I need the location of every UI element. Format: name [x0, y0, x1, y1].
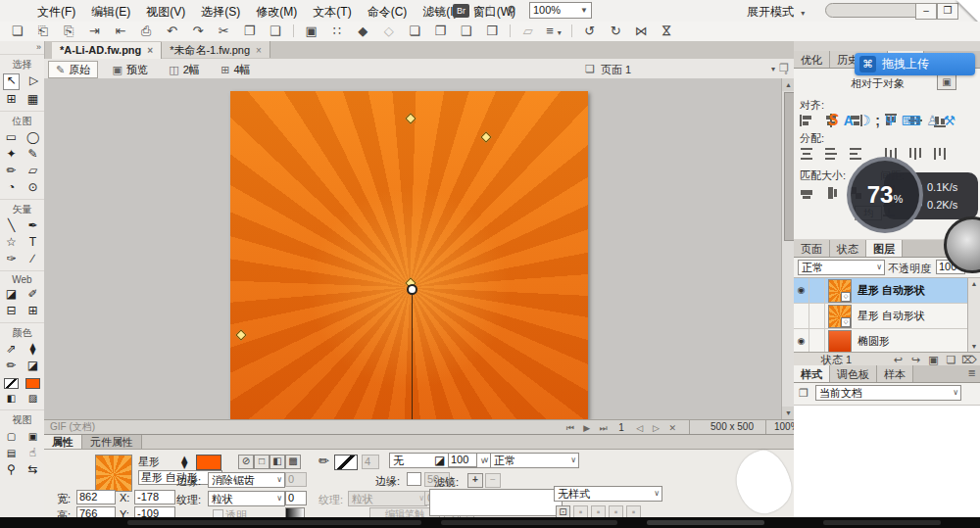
ime-keyboard-icon[interactable]: ⌨: [902, 113, 921, 128]
split-icon[interactable]: ◇: [377, 22, 400, 38]
fill-texture-select[interactable]: 粒状: [208, 491, 285, 506]
close-icon[interactable]: ×: [147, 45, 153, 56]
tab-symbol-properties[interactable]: 元件属性: [82, 435, 142, 449]
undo-icon[interactable]: ↶: [161, 22, 183, 38]
ime-punctuation-icon[interactable]: ;: [875, 113, 880, 128]
copy-icon[interactable]: ❐: [238, 22, 261, 38]
control-point[interactable]: [480, 131, 491, 142]
stroke-color-swatch[interactable]: [334, 455, 358, 470]
flip-horizontal-icon[interactable]: ⋈: [630, 22, 653, 38]
prev-frame-icon[interactable]: ◁: [633, 423, 647, 433]
pointer-tool-icon[interactable]: ↖: [3, 73, 20, 90]
distribute-center-icon[interactable]: [908, 147, 924, 161]
fill-color-swatch[interactable]: [196, 455, 221, 470]
match-width-icon[interactable]: [800, 186, 815, 200]
play-icon[interactable]: ▶: [580, 423, 594, 433]
layer-thumbnail[interactable]: ◇: [828, 279, 852, 303]
distribute-bottom-icon[interactable]: [849, 147, 864, 161]
visibility-eye-icon[interactable]: ◉: [794, 329, 809, 354]
page-indicator[interactable]: 页面 1: [601, 63, 631, 77]
ime-mic-icon[interactable]: Ψ: [885, 113, 897, 128]
redo-icon[interactable]: ↷: [186, 22, 209, 38]
lock-cell[interactable]: [809, 304, 825, 328]
lock-cell[interactable]: [809, 278, 825, 303]
lock-cell[interactable]: [809, 329, 825, 354]
join-icon[interactable]: ◆: [352, 22, 374, 38]
opacity-field[interactable]: 100: [448, 453, 477, 467]
styles-list-area[interactable]: [794, 405, 980, 528]
tab-swatches[interactable]: 样本: [877, 365, 913, 382]
scroll-down-icon[interactable]: ▼: [968, 343, 980, 350]
fill-color-icon[interactable]: ◪: [25, 359, 40, 373]
menu-text[interactable]: 文本(T): [305, 0, 359, 21]
two-up-view-tab[interactable]: ◫2幅: [162, 62, 207, 77]
bring-forward-icon[interactable]: ❐: [429, 22, 452, 38]
doc-tab-1[interactable]: *A-Li-AD.fw.png×: [52, 42, 162, 59]
canvas-area[interactable]: [44, 78, 781, 419]
send-backward-icon[interactable]: ❑: [455, 22, 477, 38]
crop-tool-icon[interactable]: ▦: [25, 92, 40, 107]
x-field[interactable]: -178: [134, 490, 175, 504]
magic-wand-tool-icon[interactable]: ✦: [4, 147, 19, 162]
flip-vertical-icon[interactable]: ⋈: [656, 22, 678, 38]
zoom-select[interactable]: 100%▼: [529, 2, 592, 19]
import-icon[interactable]: ⇥: [83, 22, 106, 38]
lasso-tool-icon[interactable]: ◯: [25, 130, 40, 145]
styles-source-select[interactable]: 当前文档: [815, 385, 961, 401]
stop-icon[interactable]: ✕: [665, 423, 679, 433]
layer-name[interactable]: 椭圆形: [858, 334, 890, 349]
slice-tool-icon[interactable]: ✐: [25, 287, 40, 302]
open-icon[interactable]: ⎘: [58, 22, 80, 39]
brush-tool-icon[interactable]: ✎: [25, 147, 40, 162]
menu-select[interactable]: 选择(S): [193, 0, 248, 21]
chevron-down-icon[interactable]: ▾: [771, 65, 775, 73]
fill-edge-select[interactable]: 消除锯齿: [208, 472, 285, 488]
doc-tab-2[interactable]: *未命名-1.fw.png×: [162, 41, 270, 58]
ime-language-icon[interactable]: A: [844, 113, 854, 128]
eyedropper-tool-icon[interactable]: ⇗: [4, 342, 19, 357]
save-icon[interactable]: ⎗: [31, 22, 54, 39]
menu-edit[interactable]: 编辑(E): [83, 0, 138, 21]
align-menu-icon[interactable]: ≡▾: [543, 22, 565, 38]
menu-file[interactable]: 文件(F): [29, 0, 83, 21]
style-select[interactable]: 无样式: [554, 486, 662, 502]
knife-tool-icon[interactable]: ∕: [25, 252, 40, 266]
distribute-top-icon[interactable]: [800, 147, 815, 161]
visibility-eye-icon[interactable]: ◉: [794, 278, 809, 303]
fill-pattern-button[interactable]: ▩: [285, 455, 301, 469]
transform-icon[interactable]: ▱: [516, 22, 539, 38]
video-player-bar[interactable]: [0, 517, 980, 528]
center-control-point[interactable]: [407, 284, 417, 295]
control-point[interactable]: [235, 329, 246, 340]
preview-view-tab[interactable]: ▣预览: [106, 62, 155, 77]
layer-name[interactable]: 星形 自动形状: [858, 309, 925, 323]
fill-none-button[interactable]: ⊘: [238, 455, 254, 469]
swap-colors-icon[interactable]: ⇆: [25, 462, 40, 477]
no-color-icon[interactable]: ▨: [25, 391, 40, 406]
menu-view[interactable]: 视图(V): [138, 0, 193, 21]
tab-properties[interactable]: 属性: [44, 435, 82, 449]
four-up-view-tab[interactable]: ⊞4幅: [214, 62, 257, 77]
page-options-icon[interactable]: ❐̥: [779, 62, 789, 74]
to-canvas-toggle[interactable]: ▣: [937, 74, 956, 90]
expand-mode-button[interactable]: 展开模式 ▾: [747, 4, 805, 21]
new-file-icon[interactable]: ❏: [6, 22, 28, 38]
fill-gradient-button[interactable]: ◧: [270, 455, 285, 469]
layer-row-2[interactable]: ◇ 星形 自动形状: [794, 304, 980, 329]
shape-tool-icon[interactable]: ☆: [4, 235, 19, 250]
send-to-back-icon[interactable]: ❒: [481, 22, 504, 38]
control-point[interactable]: [405, 113, 416, 123]
full-screen-menus-icon[interactable]: ▣: [25, 429, 40, 444]
blur-tool-icon[interactable]: ◔: [4, 180, 19, 195]
paint-bucket-tool-icon[interactable]: ⧫: [25, 342, 40, 357]
pen-tool-icon[interactable]: ✒: [25, 218, 40, 233]
layer-thumbnail[interactable]: [828, 330, 852, 354]
pencil-tool-icon[interactable]: ✏: [4, 164, 19, 178]
align-left-icon[interactable]: [800, 114, 815, 127]
restore-button[interactable]: ❐: [937, 3, 958, 20]
layer-name[interactable]: 星形 自动形状: [858, 283, 925, 298]
drag-upload-button[interactable]: ⌘ 拖拽上传: [855, 53, 975, 75]
starburst-artwork[interactable]: [230, 91, 588, 419]
magnifier-icon[interactable]: ⚲: [502, 3, 521, 18]
stamp-tool-icon[interactable]: ⊙: [25, 180, 40, 195]
